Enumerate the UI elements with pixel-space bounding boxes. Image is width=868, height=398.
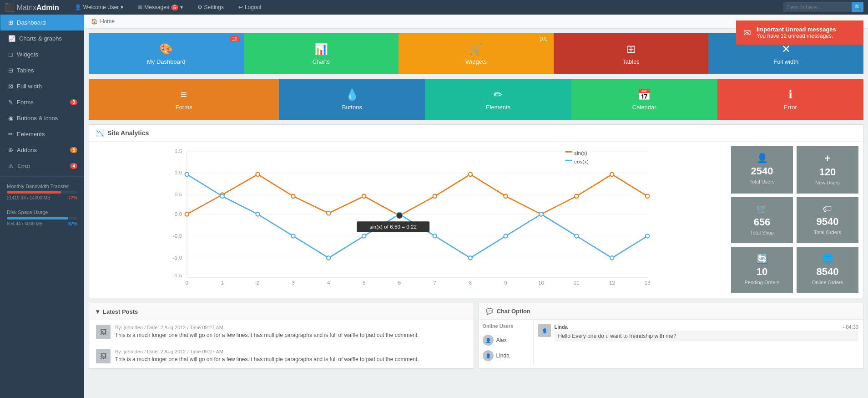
disk-progress-bg — [7, 217, 77, 219]
search-input[interactable] — [783, 2, 852, 12]
dropdown-icon: ▾ — [121, 4, 123, 10]
svg-point-29 — [185, 212, 189, 216]
stat-online-orders[interactable]: 🌐 8540 Online Orders — [797, 247, 858, 293]
messages-badge: 5 — [171, 5, 178, 10]
sidebar-item-buttons[interactable]: ◉ Buttons & icons — [0, 110, 84, 126]
tables-icon: ⊟ — [8, 67, 13, 74]
tile-error[interactable]: ℹ Error — [717, 79, 863, 120]
linda-name: Linda — [496, 352, 510, 359]
sidebar-item-widgets[interactable]: ◻ Widgets — [0, 46, 84, 62]
stat-total-shop[interactable]: 🛒 656 Total Shop — [731, 197, 793, 244]
sidebar: ⊞ Dashboard 📈 Charts & graphs ◻ Widgets … — [0, 15, 84, 398]
post-meta-1: By: john deo / Date: 2 Aug 2012 / Time:0… — [115, 325, 419, 330]
sidebar-item-addons[interactable]: ⊕ Addons 5 — [0, 142, 84, 158]
svg-text:-0.5: -0.5 — [173, 233, 182, 239]
svg-rect-60 — [565, 151, 572, 153]
chat-messages: 👤 Linda - 04:33 Hello Every one do u wan… — [534, 320, 863, 366]
tile-calendar[interactable]: 📅 Calendar — [571, 79, 717, 120]
sidebar-item-elements[interactable]: ✏ Eelements — [0, 126, 84, 142]
stat-total-orders[interactable]: 🏷 9540 Total Orders — [797, 197, 858, 244]
sidebar-item-charts[interactable]: 📈 Charts & graphs — [0, 31, 84, 46]
post-avatar-2: 🖼 — [96, 349, 111, 363]
chat-inner: Online Users 👤 Alex 👤 Linda 👤 — [479, 320, 863, 366]
tag-stat-icon: 🏷 — [823, 204, 832, 214]
bandwidth-used: 21419.94 / 14000 MB — [7, 195, 50, 200]
disk-label: Disk Space Usage — [7, 209, 77, 215]
linda-msg-text: Hello Every one do u want to freindship … — [555, 331, 859, 342]
tile-buttons[interactable]: 💧 Buttons — [279, 79, 425, 120]
user-menu[interactable]: 👤 Welcome User ▾ — [71, 0, 127, 15]
logout-button[interactable]: ↩ Logout — [235, 0, 265, 15]
chart-line-icon: 📉 — [96, 129, 104, 137]
svg-text:9: 9 — [504, 280, 507, 286]
svg-text:cos(x): cos(x) — [574, 158, 589, 164]
fullwidth-icon: ⊠ — [8, 83, 13, 90]
sidebar-item-error[interactable]: ⚠ Error 4 — [0, 158, 84, 174]
tile-widgets-badge: 101 — [537, 36, 550, 42]
tile-widgets[interactable]: 101 🛒 Widgets — [399, 33, 554, 74]
svg-text:sin(x): sin(x) — [574, 150, 587, 156]
pending-orders-number: 10 — [757, 266, 767, 278]
forms-icon: ✎ — [8, 99, 13, 106]
sidebar-item-fullwidth[interactable]: ⊠ Full width — [0, 78, 84, 94]
svg-point-34 — [362, 194, 366, 199]
online-users-panel: Online Users 👤 Alex 👤 Linda — [479, 320, 534, 366]
svg-point-47 — [327, 256, 331, 260]
tile-forms[interactable]: ≡ Forms — [89, 79, 279, 120]
linda-msg-avatar: 👤 — [538, 324, 551, 337]
analytics-title: Site Analytics — [107, 129, 149, 137]
stat-new-users[interactable]: + 120 New Users — [797, 146, 858, 194]
sidebar-item-tables[interactable]: ⊟ Tables — [0, 62, 84, 78]
stat-total-users[interactable]: 👤 2540 Total Users — [731, 146, 793, 194]
post-text-2: This is a much longer one that will go o… — [115, 356, 419, 363]
alex-avatar: 👤 — [483, 335, 494, 346]
chevron-down-icon[interactable]: ▾ — [96, 308, 99, 315]
svg-point-51 — [469, 256, 473, 260]
online-user-alex[interactable]: 👤 Alex — [483, 332, 530, 348]
linda-msg-time: - 04:33 — [843, 324, 858, 330]
svg-point-55 — [610, 256, 614, 260]
sidebar-item-dashboard[interactable]: ⊞ Dashboard — [0, 15, 84, 31]
user-stat-icon: 👤 — [757, 153, 768, 163]
search-button[interactable]: 🔍 — [852, 2, 863, 12]
search-bar: 🔍 — [783, 2, 863, 12]
svg-text:12: 12 — [609, 280, 615, 286]
analytics-chart: 1.5 1.0 0.5 0.0 -0.5 -1.0 -1.5 0 1 2 3 4… — [94, 146, 727, 292]
svg-point-53 — [539, 212, 543, 216]
svg-text:13: 13 — [645, 280, 651, 286]
svg-point-46 — [291, 234, 295, 238]
svg-point-36 — [433, 194, 437, 199]
svg-point-42 — [646, 194, 650, 199]
notification-popup[interactable]: ✉ Important Unread messages You have 12 … — [736, 20, 863, 45]
breadcrumb-home[interactable]: Home — [100, 18, 115, 25]
tile-tables[interactable]: ⊞ Tables — [554, 33, 709, 74]
envelope-notif-icon: ✉ — [743, 27, 751, 38]
svg-point-52 — [504, 234, 508, 238]
cart-stat-icon: 🛒 — [757, 204, 768, 214]
tile-elements[interactable]: ✏ Elements — [425, 79, 571, 120]
stat-pending-orders[interactable]: 🔄 10 Pending Orders — [731, 247, 793, 293]
linda-msg-header: Linda - 04:33 — [555, 324, 859, 330]
sidebar-item-forms[interactable]: ✎ Forms 3 — [0, 94, 84, 110]
svg-text:-1.5: -1.5 — [173, 272, 182, 278]
online-orders-label: Online Orders — [812, 280, 843, 285]
settings-menu[interactable]: ⚙ Settings — [194, 0, 227, 15]
svg-point-44 — [220, 194, 224, 199]
bottom-row: ▾ Latest Posts 🖼 By: john deo / Date: 2 … — [89, 303, 863, 369]
tile-charts[interactable]: 📊 Charts — [244, 33, 399, 74]
tile-dashboard[interactable]: 20 🎨 My Dashboard — [89, 33, 244, 74]
total-orders-number: 9540 — [817, 216, 839, 228]
post-item-2: 🖼 By: john deo / Date: 2 Aug 2012 / Time… — [89, 344, 474, 368]
notif-title: Important Unread messages — [757, 26, 836, 33]
plus-stat-icon: + — [825, 153, 831, 164]
svg-text:sin(x) of 6.50 = 0.22: sin(x) of 6.50 = 0.22 — [369, 224, 417, 230]
new-users-label: New Users — [815, 180, 840, 185]
linda-avatar: 👤 — [483, 350, 494, 361]
online-user-linda[interactable]: 👤 Linda — [483, 348, 530, 363]
home-icon: 🏠 — [91, 18, 98, 25]
svg-text:0: 0 — [186, 280, 189, 286]
chart-container: 1.5 1.0 0.5 0.0 -0.5 -1.0 -1.5 0 1 2 3 4… — [89, 142, 863, 298]
main-content: 🏠 Home 20 🎨 My Dashboard 📊 Charts 101 🛒 … — [84, 15, 868, 398]
messages-menu[interactable]: ✉ Messages 5 ▾ — [134, 0, 186, 15]
alex-name: Alex — [496, 337, 507, 343]
